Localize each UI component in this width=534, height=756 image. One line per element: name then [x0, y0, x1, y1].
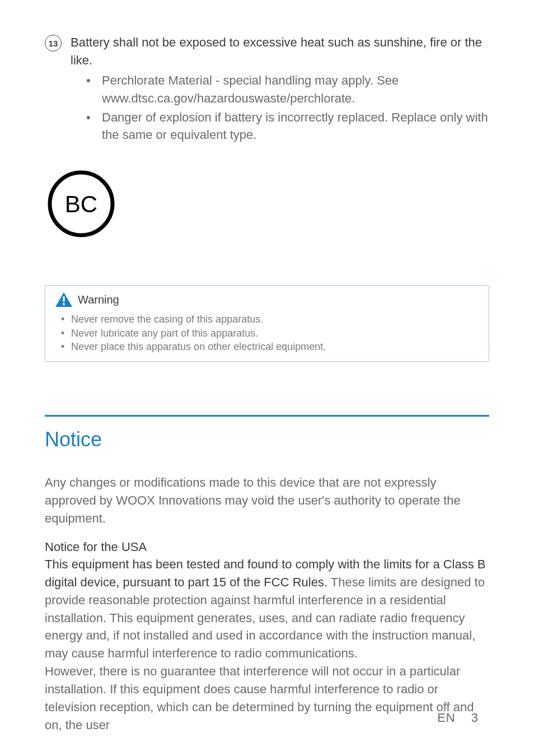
- warning-header: Warning: [55, 292, 479, 307]
- footer-page-number: 3: [471, 711, 478, 725]
- page-footer: EN 3: [437, 711, 478, 725]
- item-title: Battery shall not be exposed to excessiv…: [71, 35, 482, 67]
- warning-list: Never remove the casing of this apparatu…: [55, 312, 479, 353]
- warning-triangle-icon: [55, 292, 72, 307]
- item-number-circle: 13: [45, 35, 62, 52]
- warning-item: Never place this apparatus on other elec…: [55, 340, 479, 353]
- item-body: Battery shall not be exposed to excessiv…: [71, 34, 489, 145]
- item-number: 13: [49, 39, 58, 48]
- notice-usa-body: This equipment has been tested and found…: [45, 556, 489, 662]
- numbered-safety-item: 13 Battery shall not be exposed to exces…: [45, 34, 489, 145]
- section-divider: [45, 415, 489, 417]
- bc-mark-icon: BC: [45, 167, 489, 240]
- svg-point-2: [63, 303, 65, 305]
- bc-label: BC: [65, 191, 97, 217]
- sub-bullet: Perchlorate Material - special handling …: [86, 72, 489, 108]
- notice-heading: Notice: [45, 428, 489, 451]
- notice-usa-para2: However, there is no guarantee that inte…: [45, 662, 489, 734]
- notice-intro: Any changes or modifications made to thi…: [45, 474, 489, 528]
- warning-item: Never lubricate any part of this apparat…: [55, 326, 479, 340]
- warning-title: Warning: [78, 293, 119, 306]
- svg-rect-1: [63, 296, 64, 302]
- footer-language: EN: [437, 711, 456, 725]
- warning-box: Warning Never remove the casing of this …: [45, 285, 489, 362]
- sub-bullet: Danger of explosion if battery is incorr…: [86, 109, 489, 144]
- notice-usa-title: Notice for the USA: [45, 540, 489, 554]
- warning-item: Never remove the casing of this apparatu…: [55, 312, 479, 326]
- item-sub-bullets: Perchlorate Material - special handling …: [86, 72, 489, 144]
- document-page: 13 Battery shall not be exposed to exces…: [0, 0, 534, 756]
